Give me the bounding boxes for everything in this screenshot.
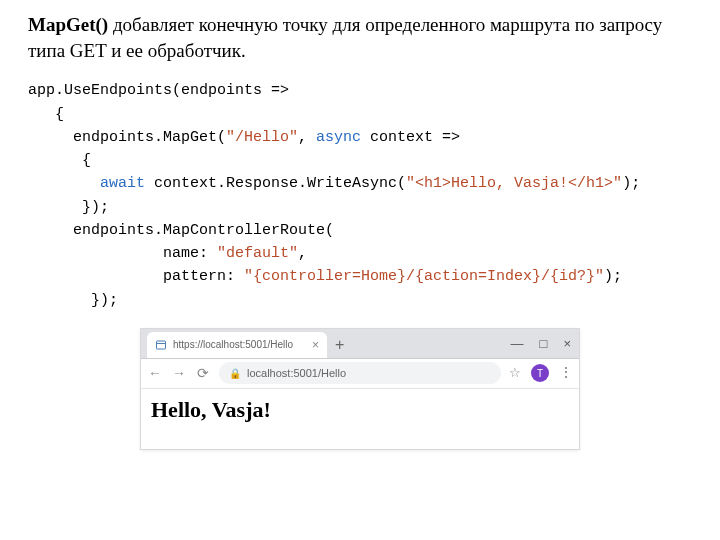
new-tab-button[interactable]: + — [327, 336, 352, 358]
window-controls: — □ × — [511, 329, 579, 358]
browser-titlebar: https://localhost:5001/Hello × + — □ × — [141, 329, 579, 359]
code-string: "/Hello" — [226, 129, 298, 146]
code-line: app.UseEndpoints(endpoints => — [28, 82, 289, 99]
code-line: endpoints.MapControllerRoute( — [28, 222, 334, 239]
code-line: pattern: — [28, 268, 244, 285]
code-keyword: async — [316, 129, 361, 146]
browser-tab[interactable]: https://localhost:5001/Hello × — [147, 332, 327, 358]
toolbar-right: ☆ T ⋮ — [509, 364, 573, 382]
tab-strip: https://localhost:5001/Hello × + — [141, 332, 352, 358]
code-line: }); — [28, 199, 109, 216]
menu-dots-icon[interactable]: ⋮ — [559, 366, 573, 380]
url-input[interactable]: 🔒 localhost:5001/Hello — [219, 362, 501, 384]
description-paragraph: MapGet() добавляет конечную точку для оп… — [28, 12, 692, 63]
bookmark-star-icon[interactable]: ☆ — [509, 365, 521, 381]
code-line: , — [298, 129, 316, 146]
code-line: endpoints.MapGet( — [28, 129, 226, 146]
favicon-icon — [155, 339, 167, 351]
code-line: context.Response.WriteAsync( — [145, 175, 406, 192]
page-heading: Hello, Vasja! — [151, 397, 569, 423]
code-string: "{controller=Home}/{action=Index}/{id?}" — [244, 268, 604, 285]
code-string: "<h1>Hello, Vasja!</h1>" — [406, 175, 622, 192]
page-viewport: Hello, Vasja! — [141, 389, 579, 449]
svg-rect-0 — [157, 341, 166, 349]
url-text: localhost:5001/Hello — [247, 367, 346, 379]
code-line: name: — [28, 245, 217, 262]
code-line: }); — [28, 292, 118, 309]
maximize-button[interactable]: □ — [540, 337, 548, 350]
code-line: { — [28, 152, 91, 169]
tab-close-icon[interactable]: × — [312, 338, 319, 352]
back-button[interactable]: ← — [147, 365, 163, 381]
profile-avatar[interactable]: T — [531, 364, 549, 382]
code-line: { — [28, 106, 64, 123]
code-block: app.UseEndpoints(endpoints => { endpoint… — [28, 79, 692, 312]
minimize-button[interactable]: — — [511, 337, 524, 350]
code-line: ); — [622, 175, 640, 192]
lock-icon: 🔒 — [229, 368, 241, 379]
reload-button[interactable]: ⟳ — [195, 365, 211, 381]
code-string: "default" — [217, 245, 298, 262]
browser-window: https://localhost:5001/Hello × + — □ × ←… — [140, 328, 580, 450]
code-line: ); — [604, 268, 622, 285]
description-text: добавляет конечную точку для определенно… — [28, 14, 662, 61]
method-name: MapGet() — [28, 14, 108, 35]
close-button[interactable]: × — [563, 337, 571, 350]
code-line: context => — [361, 129, 460, 146]
address-bar: ← → ⟳ 🔒 localhost:5001/Hello ☆ T ⋮ — [141, 359, 579, 389]
code-keyword: await — [100, 175, 145, 192]
code-line — [28, 175, 100, 192]
tab-title: https://localhost:5001/Hello — [173, 339, 293, 350]
code-line: , — [298, 245, 307, 262]
forward-button[interactable]: → — [171, 365, 187, 381]
